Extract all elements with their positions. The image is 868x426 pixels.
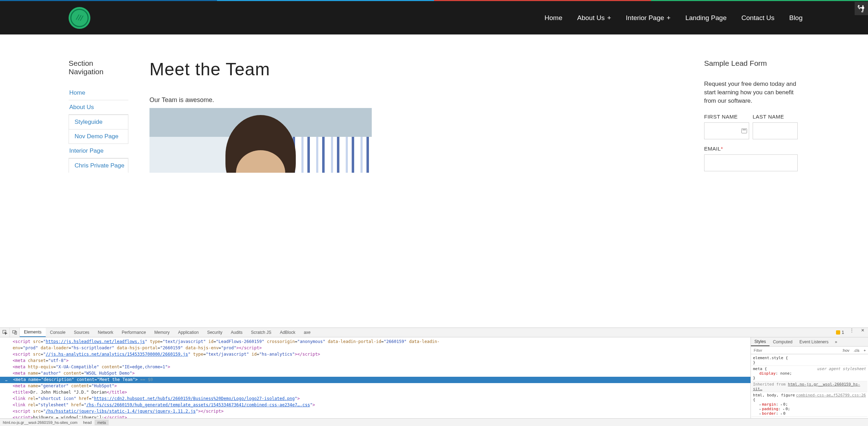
- svg-point-6: [862, 11, 863, 12]
- sidebar-title: Section Navigation: [69, 59, 128, 76]
- section-navigation: Section Navigation Home About Us Stylegu…: [69, 59, 128, 173]
- side-link-styleguide[interactable]: Styleguide: [69, 115, 128, 129]
- nav-interior[interactable]: Interior Page +: [624, 12, 673, 24]
- site-logo[interactable]: ///: [69, 7, 90, 29]
- lead-form: Sample Lead Form Request your free demo …: [704, 59, 798, 173]
- side-link-novdemo[interactable]: Nov Demo Page: [69, 129, 128, 144]
- nav-contact[interactable]: Contact Us: [739, 12, 777, 24]
- contact-card-icon: [741, 128, 747, 133]
- site-header: /// Home About Us + Interior Page + Land…: [0, 1, 868, 34]
- side-link-about[interactable]: About Us: [69, 100, 128, 114]
- last-name-input[interactable]: [753, 122, 798, 139]
- nav-about[interactable]: About Us +: [575, 12, 613, 24]
- label-first-name: FIRST NAME: [704, 114, 749, 120]
- nav-blog[interactable]: Blog: [787, 12, 805, 24]
- svg-point-0: [862, 7, 864, 9]
- side-link-interior[interactable]: Interior Page: [69, 144, 128, 158]
- svg-point-4: [858, 5, 860, 7]
- label-email: EMAIL*: [704, 146, 798, 152]
- label-last-name: LAST NAME: [753, 114, 798, 120]
- hubspot-icon[interactable]: [855, 2, 868, 15]
- form-desc: Request your free demo today and start l…: [704, 80, 798, 105]
- page-subtitle: Our Team is awesome.: [149, 96, 683, 104]
- nav-landing[interactable]: Landing Page: [683, 12, 729, 24]
- main-content: Meet the Team Our Team is awesome.: [149, 59, 683, 173]
- svg-rect-3: [860, 7, 862, 8]
- chevron-plus-icon: +: [665, 14, 670, 21]
- side-link-home[interactable]: Home: [69, 86, 128, 100]
- email-input[interactable]: [704, 154, 798, 171]
- side-link-chris[interactable]: Chris Private Page: [69, 159, 128, 173]
- team-photo: [149, 108, 372, 173]
- page-title: Meet the Team: [149, 59, 683, 80]
- svg-rect-1: [862, 5, 863, 7]
- form-title: Sample Lead Form: [704, 59, 798, 68]
- nav-home[interactable]: Home: [542, 12, 564, 24]
- chevron-plus-icon: +: [605, 14, 611, 21]
- primary-nav: Home About Us + Interior Page + Landing …: [542, 12, 805, 24]
- svg-rect-2: [862, 9, 863, 11]
- page-body: Section Navigation Home About Us Stylegu…: [0, 34, 868, 173]
